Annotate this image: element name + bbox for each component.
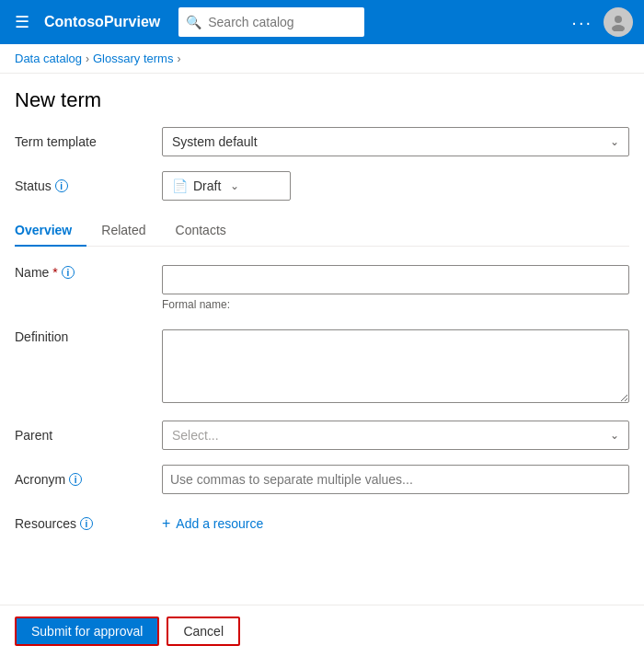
- svg-point-1: [612, 25, 625, 31]
- main-content: New term Term template System default ⌄ …: [0, 74, 644, 641]
- chevron-down-icon: ⌄: [610, 135, 619, 148]
- plus-icon: +: [162, 515, 170, 532]
- formal-name-label: Formal name:: [162, 298, 629, 311]
- more-options-icon[interactable]: ···: [571, 12, 592, 33]
- breadcrumb: Data catalog › Glossary terms ›: [0, 44, 644, 74]
- status-info-icon[interactable]: i: [55, 179, 68, 192]
- add-resource-button[interactable]: + Add a resource: [162, 515, 263, 532]
- term-template-select[interactable]: System default ⌄: [162, 127, 629, 156]
- parent-label: Parent: [15, 428, 162, 443]
- document-icon: 📄: [172, 179, 188, 193]
- name-row: Name * i Formal name:: [15, 261, 629, 311]
- acronym-row: Acronym i: [15, 465, 629, 494]
- search-input[interactable]: [178, 7, 364, 37]
- search-icon: 🔍: [186, 15, 201, 29]
- form-container: Term template System default ⌄ Status i …: [0, 120, 644, 568]
- breadcrumb-sep-1: ›: [86, 52, 89, 65]
- status-field: 📄 Draft ⌄: [162, 171, 629, 201]
- acronym-input[interactable]: [162, 465, 629, 494]
- breadcrumb-glossary-terms[interactable]: Glossary terms: [93, 52, 173, 65]
- status-label: Status i: [15, 179, 162, 193]
- term-template-label: Term template: [15, 134, 162, 149]
- breadcrumb-data-catalog[interactable]: Data catalog: [15, 52, 82, 65]
- tab-contacts[interactable]: Contacts: [161, 215, 241, 247]
- name-label: Name * i: [15, 265, 162, 280]
- status-chevron-icon: ⌄: [230, 179, 239, 192]
- status-value: Draft: [193, 179, 221, 193]
- tab-related[interactable]: Related: [86, 215, 160, 247]
- definition-field: [162, 329, 629, 406]
- resources-label: Resources i: [15, 516, 162, 531]
- parent-chevron-icon: ⌄: [610, 429, 619, 442]
- status-row: Status i 📄 Draft ⌄: [15, 171, 629, 201]
- resources-info-icon[interactable]: i: [80, 517, 93, 530]
- required-indicator: *: [52, 265, 57, 280]
- resources-field: + Add a resource: [162, 515, 629, 532]
- parent-select[interactable]: Select... ⌄: [162, 421, 629, 450]
- search-bar: 🔍: [178, 7, 364, 37]
- status-select[interactable]: 📄 Draft ⌄: [162, 171, 291, 201]
- term-template-field: System default ⌄: [162, 127, 629, 156]
- term-template-value: System default: [172, 134, 258, 149]
- acronym-field: [162, 465, 629, 494]
- cancel-button[interactable]: Cancel: [167, 617, 240, 646]
- tabs: Overview Related Contacts: [15, 215, 629, 247]
- parent-row: Parent Select... ⌄: [15, 421, 629, 450]
- acronym-info-icon[interactable]: i: [69, 473, 82, 486]
- parent-placeholder: Select...: [172, 428, 219, 443]
- term-template-row: Term template System default ⌄: [15, 127, 629, 156]
- name-info-icon[interactable]: i: [62, 266, 75, 279]
- definition-input[interactable]: [162, 329, 629, 403]
- app-logo: ContosoPurview: [44, 14, 160, 30]
- name-input[interactable]: [162, 265, 629, 294]
- bottom-bar: Submit for approval Cancel: [0, 605, 644, 657]
- breadcrumb-sep-2: ›: [177, 52, 180, 65]
- top-nav: ☰ ContosoPurview 🔍 ···: [0, 0, 644, 44]
- definition-row: Definition: [15, 326, 629, 406]
- acronym-label: Acronym i: [15, 472, 162, 487]
- hamburger-icon[interactable]: ☰: [11, 8, 33, 36]
- submit-for-approval-button[interactable]: Submit for approval: [15, 617, 159, 646]
- definition-label: Definition: [15, 329, 162, 344]
- parent-field: Select... ⌄: [162, 421, 629, 450]
- tab-overview[interactable]: Overview: [15, 215, 86, 247]
- name-field: Formal name:: [162, 265, 629, 311]
- avatar[interactable]: [604, 7, 633, 37]
- page-title: New term: [0, 74, 644, 120]
- add-resource-label: Add a resource: [176, 516, 263, 531]
- resources-row: Resources i + Add a resource: [15, 509, 629, 538]
- svg-point-0: [615, 16, 622, 23]
